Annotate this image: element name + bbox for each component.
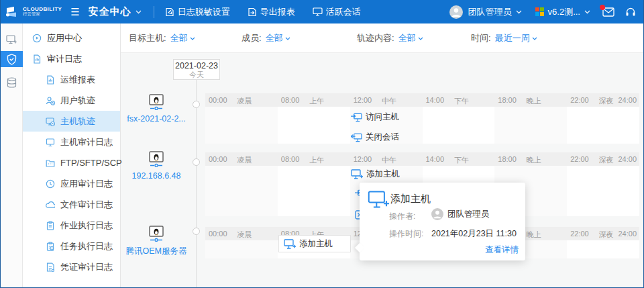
time-grid: [205, 107, 639, 144]
date-value: 2021-02-23: [174, 61, 219, 70]
host-cell: 腾讯OEM服务器: [121, 226, 193, 257]
period-label: 深夜: [599, 155, 614, 165]
shield-icon: [7, 54, 17, 65]
host-label[interactable]: 192.168.6.48: [121, 171, 193, 181]
user-name: 团队管理员: [468, 6, 512, 18]
period-label: 下午: [454, 155, 469, 165]
host-cell: 192.168.6.48: [121, 151, 193, 181]
brand-subname: 行云管家: [23, 12, 62, 17]
timeline-node: [193, 158, 200, 166]
operator-name: 团队管理员: [447, 209, 490, 220]
credential-audit-icon: [46, 262, 55, 272]
view-details-link[interactable]: 查看详情: [485, 244, 519, 256]
sidebar-item-label: 审计日志: [47, 53, 82, 65]
host-label[interactable]: 腾讯OEM服务器: [121, 246, 193, 257]
filter-label: 轨迹内容:: [357, 32, 394, 44]
time-label: 00:00: [209, 155, 227, 163]
filter-member-select[interactable]: 全部: [266, 32, 290, 44]
person-icon: [431, 208, 443, 220]
filter-value: 最近一周: [495, 32, 530, 44]
period-label: 晚上: [527, 230, 541, 240]
rail-item-database[interactable]: [0, 75, 23, 91]
time-segment: 14:00下午: [422, 93, 494, 107]
time-segment: 08:00上午: [278, 93, 350, 107]
period-label: 晚上: [527, 155, 541, 165]
sidebar-item-label: 凭证审计日志: [60, 261, 113, 273]
report-icon: [46, 75, 55, 85]
active-sessions-button[interactable]: 活跃会话: [313, 6, 361, 18]
sidebar-item-2[interactable]: 运维报表: [23, 69, 120, 90]
top-bar: CLOUDBILITY 行云管家 ☰ 安全中心 日志脱敏设置 导出报表 活跃会话: [0, 0, 644, 23]
filter-time-select[interactable]: 最近一周: [495, 32, 537, 44]
time-segment: 12:00中午: [350, 93, 423, 107]
rail-item-security[interactable]: [0, 51, 23, 67]
host-label[interactable]: fsx-2021-02-2...: [121, 114, 193, 124]
period-label: 上午: [309, 155, 324, 165]
time-label: 24:00: [618, 230, 637, 238]
sidebar-item-0[interactable]: 应用中心: [23, 28, 120, 48]
time-header: 00:00凌晨08:00上午12:00中午14:00下午18:00晚上22:00…: [205, 152, 639, 166]
linux-host-icon: [149, 94, 164, 110]
log-mask-settings-button[interactable]: 日志脱敏设置: [165, 6, 230, 18]
event-access-host[interactable]: 访问主机: [351, 111, 399, 123]
filter-bar: 目标主机: 全部 成员: 全部 轨迹内容: 全部 时间: 最近一周: [121, 23, 643, 53]
sidebar-item-7[interactable]: 应用审计日志: [23, 173, 120, 194]
sidebar-item-5[interactable]: 主机审计日志: [23, 132, 120, 152]
time-label: 22:00: [570, 155, 589, 163]
main-content: 目标主机: 全部 成员: 全部 轨迹内容: 全部 时间: 最近一周: [121, 23, 643, 288]
export-report-button[interactable]: 导出报表: [248, 6, 295, 18]
filter-track-content-select[interactable]: 全部: [398, 32, 423, 44]
sidebar-item-4[interactable]: 主机轨迹: [23, 111, 120, 132]
time-label: 08:00: [281, 155, 300, 163]
timeline-row: 00:00凌晨08:00上午12:00中午14:00下午18:00晚上22:00…: [205, 93, 639, 144]
active-sessions-label: 活跃会话: [326, 6, 361, 18]
sidebar-item-3[interactable]: 用户轨迹: [23, 90, 120, 111]
chevron-down-icon: [584, 10, 590, 14]
time-label: 00:00: [209, 230, 227, 238]
user-menu[interactable]: 团队管理员: [468, 6, 522, 18]
sidebar-item-6[interactable]: FTP/SFTP/SCP: [23, 152, 120, 173]
filter-time: 时间: 最近一周: [471, 23, 537, 53]
app-switcher[interactable]: 安全中心: [89, 5, 142, 18]
event-label: 添加主机: [366, 169, 400, 180]
filter-member: 成员: 全部: [241, 23, 290, 53]
version-menu[interactable]: v6.2测...: [548, 6, 590, 18]
event-add-host-hovered[interactable]: 添加主机: [278, 235, 351, 252]
sidebar-item-9[interactable]: 作业执行日志: [23, 215, 120, 236]
time-label: 18:00: [498, 96, 517, 104]
sidebar-item-8[interactable]: 文件审计日志: [23, 194, 120, 215]
period-label: 凌晨: [237, 230, 252, 240]
filter-target-host-select[interactable]: 全部: [170, 32, 195, 44]
filter-value: 全部: [398, 32, 416, 44]
messages-button[interactable]: [602, 7, 614, 17]
sidebar-menu: 应用中心审计日志运维报表用户轨迹主机轨迹主机审计日志FTP/SFTP/SCP应用…: [23, 23, 121, 288]
event-add-host[interactable]: 添加主机: [284, 238, 333, 250]
time-segment: 12:00中午: [350, 152, 423, 166]
sidebar-item-10[interactable]: 任务执行日志: [23, 236, 120, 256]
time-label: 12:00: [354, 96, 372, 104]
time-label: 14:00: [425, 96, 444, 104]
event-label: 关闭会话: [366, 132, 399, 143]
time-label: 22:00: [570, 96, 589, 104]
logo-icon: [5, 6, 20, 18]
sidebar-item-label: 作业执行日志: [60, 220, 113, 232]
person-icon: [449, 5, 463, 19]
sidebar-item-11[interactable]: 凭证审计日志: [23, 256, 120, 277]
ms-logo-icon: [535, 7, 544, 16]
period-label: 凌晨: [237, 155, 252, 165]
event-close-session[interactable]: 关闭会话: [351, 132, 399, 143]
support-button[interactable]: [625, 7, 636, 17]
host-audit-icon: [46, 138, 55, 147]
mask-settings-icon: [165, 7, 174, 17]
rail-item-hosts[interactable]: [0, 32, 23, 48]
popup-title: 添加主机: [390, 193, 431, 205]
menu-icon[interactable]: ☰: [70, 7, 79, 17]
period-label: 中午: [382, 96, 396, 106]
time-label: 24:00: [618, 96, 637, 104]
timeline-node: [193, 101, 200, 108]
event-add-host[interactable]: 添加主机: [351, 169, 400, 180]
event-label: 访问主机: [366, 111, 399, 123]
user-avatar[interactable]: [449, 5, 463, 19]
sidebar-item-1[interactable]: 审计日志: [23, 48, 120, 69]
operator-value: 团队管理员: [431, 208, 490, 220]
